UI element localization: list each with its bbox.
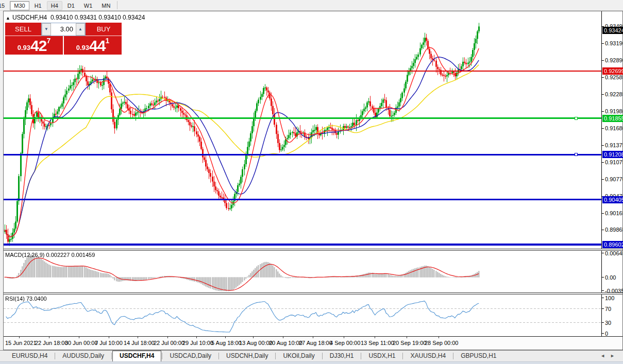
- rsi-tick: [602, 308, 604, 309]
- rsi-axis: 10070300: [601, 294, 622, 336]
- rsi-canvas[interactable]: [4, 294, 601, 336]
- price-axis[interactable]: 0.934950.934240.931900.928900.926990.925…: [601, 11, 622, 249]
- tab-audusd[interactable]: AUDUSD,Daily: [56, 351, 111, 361]
- price-tick: [602, 162, 604, 163]
- time-label: 22 Jul 00:00: [154, 340, 184, 346]
- tab-ukoil[interactable]: UKOil,Daily: [276, 351, 321, 361]
- volume-decrease-icon[interactable]: ▼: [42, 23, 51, 36]
- price-tick: [602, 128, 604, 129]
- price-label: 0.93190: [605, 40, 623, 47]
- level-price-label: 0.89602: [602, 241, 623, 248]
- time-tick: [439, 337, 439, 338]
- time-label: 15 Jun 2021: [5, 340, 37, 346]
- time-label: 28 Sep 00:00: [425, 340, 458, 346]
- price-label: 0.91375: [605, 142, 623, 149]
- tab-xauusd[interactable]: XAUUSD,H4: [403, 351, 452, 361]
- rsi-axis-label: 30: [605, 320, 611, 326]
- tab-separator: [402, 353, 403, 359]
- time-label: 29 Jul 10:00: [182, 340, 213, 346]
- macd-plot: MACD(12,26,9) 0.002227 0.001459: [4, 251, 601, 292]
- rsi-plot: RSI(14) 73.0400: [4, 294, 601, 336]
- timeframe-button-h1[interactable]: H1: [30, 1, 46, 10]
- chart-window: ▲USDCHF,H4 0.93410 0.93431 0.93410 0.934…: [3, 11, 623, 350]
- level-price-label: 0.91855: [602, 115, 623, 122]
- price-tick: [602, 94, 604, 95]
- timeframe-button-w1[interactable]: W1: [80, 1, 97, 10]
- tab-usdx[interactable]: USDX,H1: [362, 351, 402, 361]
- sell-button[interactable]: SELL: [5, 23, 41, 36]
- time-tick: [196, 337, 197, 338]
- current-price-label: 0.93424: [602, 27, 623, 34]
- tab-eurusd[interactable]: EURUSD,H4: [5, 351, 54, 361]
- chart-tab-bar: EURUSD,H4AUDUSD,DailyUSDCHF,H4USDCAD,Dai…: [0, 350, 623, 361]
- time-label: 27 Aug 18:00: [299, 340, 332, 346]
- time-tick: [167, 337, 168, 338]
- timeframe-button-d1[interactable]: D1: [63, 1, 79, 10]
- rsi-row: RSI(14) 73.0400 10070300: [4, 294, 622, 336]
- tab-scroll-arrows[interactable]: ◄►: [600, 353, 620, 358]
- rsi-label: RSI(14) 73.0400: [5, 296, 47, 302]
- tab-usdcad[interactable]: USDCAD,Daily: [163, 351, 218, 361]
- price-tick: [602, 43, 604, 44]
- time-axis[interactable]: 15 Jun 202122 Jun 18:0030 Jun 00:007 Jul…: [4, 336, 622, 350]
- time-tick: [49, 337, 49, 338]
- sell-price-display[interactable]: 0.93427: [5, 36, 63, 55]
- macd-tick: [602, 253, 604, 253]
- buy-price-pips: 44: [89, 38, 105, 54]
- time-label: 30 Jun 00:00: [65, 340, 98, 346]
- tab-separator: [55, 353, 55, 359]
- time-label: 7 Jul 10:00: [95, 340, 123, 346]
- tab-separator: [453, 353, 453, 359]
- time-label: 4 Sep 00:00: [330, 340, 360, 346]
- workspace: ▲USDCHF,H4 0.93410 0.93431 0.93410 0.934…: [0, 11, 623, 350]
- tab-separator: [322, 353, 323, 359]
- price-label: 0.89865: [605, 227, 623, 233]
- time-label: 22 Jun 18:00: [35, 340, 68, 346]
- volume-increase-icon[interactable]: ▲: [76, 23, 85, 36]
- volume-spinner: ▼ 3.00 ▲: [41, 23, 86, 36]
- timeframe-button-h4[interactable]: H4: [47, 1, 62, 10]
- macd-axis-label: 0.006451: [605, 250, 623, 256]
- timeframe-button-mn[interactable]: MN: [97, 1, 114, 10]
- tab-dj30[interactable]: DJ30,H1: [323, 351, 361, 361]
- price-tick: [602, 145, 604, 146]
- buy-price-display[interactable]: 0.93441: [64, 36, 122, 55]
- price-label: 0.90770: [605, 176, 623, 183]
- collapse-arrow-icon[interactable]: ▲: [6, 15, 10, 21]
- tab-gbpusd[interactable]: GBPUSD,H1: [454, 351, 503, 361]
- tab-usdchf[interactable]: USDCHF,H4: [112, 351, 161, 361]
- time-tick: [407, 337, 407, 338]
- main-chart-row: ▲USDCHF,H4 0.93410 0.93431 0.93410 0.934…: [4, 11, 622, 249]
- price-label: 0.90165: [605, 210, 623, 217]
- price-label: 0.91980: [605, 108, 623, 115]
- time-label: 20 Sep 19:00: [393, 340, 426, 346]
- level-price-label: 0.90405: [602, 196, 623, 203]
- time-tick: [253, 337, 254, 338]
- rsi-axis-label: 100: [605, 295, 614, 301]
- rsi-tick: [602, 298, 604, 298]
- tab-separator: [111, 353, 112, 359]
- time-label: 13 Aug 00:00: [239, 340, 273, 346]
- buy-button[interactable]: BUY: [86, 23, 122, 36]
- time-tick: [79, 337, 79, 338]
- timeframe-button-15[interactable]: 15: [0, 1, 9, 10]
- time-tick: [109, 337, 109, 338]
- tab-separator: [361, 353, 361, 359]
- sell-price-point: 7: [46, 37, 50, 44]
- status-strip: [0, 361, 623, 364]
- level-price-label: 0.92699: [602, 67, 623, 75]
- price-tick: [602, 77, 604, 78]
- price-label: 0.92285: [605, 91, 623, 98]
- tab-usdcnh[interactable]: USDCNH,Daily: [220, 351, 275, 361]
- macd-axis-label: -0.00350: [605, 288, 623, 294]
- macd-label: MACD(12,26,9) 0.002227 0.001459: [5, 252, 95, 258]
- tab-separator: [275, 353, 276, 359]
- time-tick: [225, 337, 226, 338]
- price-label: 0.91075: [605, 159, 623, 166]
- toolbar-separator: [117, 1, 117, 9]
- one-click-trading-panel: SELL ▼ 3.00 ▲ BUY 0.93427: [5, 23, 122, 55]
- macd-tick: [602, 290, 604, 291]
- price-tick: [602, 213, 604, 214]
- timeframe-button-m30[interactable]: M30: [10, 1, 29, 10]
- volume-field[interactable]: 3.00: [51, 23, 76, 36]
